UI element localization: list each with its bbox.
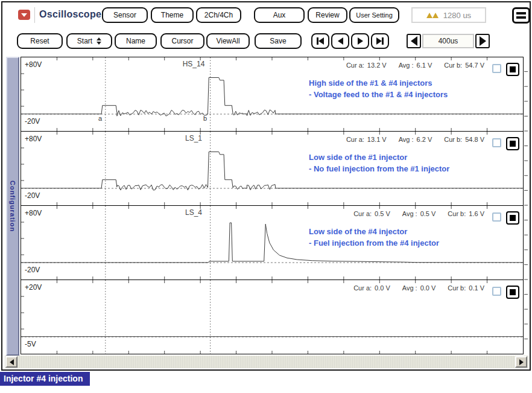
- menu-icon[interactable]: [512, 7, 530, 24]
- cursor-a-label: a: [98, 115, 102, 122]
- vmax-label: +80V: [25, 60, 42, 69]
- vmax-label: +80V: [25, 209, 42, 217]
- step-forward-button[interactable]: [351, 33, 369, 49]
- cursor-readout: Cur a:13.2 V Avg :6.1 V Cur b:54.7 V: [346, 62, 484, 69]
- channel-panel-1: +80V -20V HS_14 Cur a:13.2 V Avg :6.1 V …: [21, 57, 524, 132]
- app-dropdown-icon[interactable]: [18, 10, 30, 20]
- annotation: Low side of the #4 injector - Fuel injec…: [309, 226, 439, 249]
- name-button[interactable]: Name: [115, 33, 157, 49]
- vmax-label: +20V: [25, 283, 42, 292]
- start-button[interactable]: Start: [66, 33, 112, 49]
- title-divider: [34, 7, 35, 23]
- horizontal-scrollbar[interactable]: [5, 356, 528, 368]
- channel-mode-button[interactable]: 2Ch/4Ch: [196, 7, 241, 23]
- spinner-icon: [97, 37, 101, 45]
- theme-button[interactable]: Theme: [151, 7, 194, 23]
- cursor-readout: Cur a:13.1 V Avg :6.2 V Cur b:54.8 V: [346, 136, 484, 143]
- oscilloscope-app: Oscilloscope Sensor Theme 2Ch/4Ch Aux Re…: [0, 0, 532, 393]
- vmin-label: -20V: [25, 191, 40, 200]
- channel-active-button[interactable]: [506, 286, 519, 299]
- channel-active-button[interactable]: [506, 211, 519, 225]
- channel-name: HS_14: [163, 60, 224, 68]
- channel-checkbox[interactable]: [492, 287, 501, 296]
- start-button-label: Start: [77, 37, 92, 45]
- channel-name: LS_4: [163, 208, 224, 217]
- app-window: Oscilloscope Sensor Theme 2Ch/4Ch Aux Re…: [1, 1, 531, 371]
- user-setting-button[interactable]: User Setting: [349, 7, 399, 23]
- status-caption: Injector #4 injection: [0, 372, 90, 386]
- annotation: Low side of the #1 injector - No fuel in…: [309, 152, 449, 174]
- configuration-label: Configuration: [9, 181, 16, 232]
- vmax-label: +80V: [25, 135, 42, 143]
- skip-start-button[interactable]: [311, 33, 329, 49]
- step-back-button[interactable]: [331, 33, 349, 49]
- channel-checkbox[interactable]: [492, 64, 501, 73]
- channel-checkbox[interactable]: [492, 212, 501, 222]
- channel-panel-2: +80V -20V LS_1 Cur a:13.1 V Avg :6.2 V C…: [21, 131, 524, 206]
- cursor-button[interactable]: Cursor: [160, 33, 204, 49]
- reset-button[interactable]: Reset: [17, 33, 63, 49]
- skip-end-button[interactable]: [371, 33, 389, 49]
- scroll-right-button[interactable]: [515, 356, 527, 368]
- app-title: Oscilloscope: [39, 9, 101, 20]
- sample-time-display: 1280 us: [411, 7, 486, 23]
- cursor-readout: Cur a:0.0 V Avg :0.0 V Cur b:0.1 V: [353, 284, 484, 292]
- save-button[interactable]: Save: [255, 33, 302, 49]
- channel-name: LS_1: [163, 134, 224, 142]
- sample-time-value: 1280 us: [443, 11, 471, 20]
- channel-checkbox[interactable]: [492, 138, 501, 147]
- channel-active-button[interactable]: [506, 137, 519, 150]
- timebase-decrease-button[interactable]: [407, 34, 421, 48]
- sample-time-icon: [426, 11, 439, 20]
- timebase-increase-button[interactable]: [475, 34, 490, 48]
- right-ruler-ticks: [523, 57, 531, 356]
- annotation: High side of the #1 & #4 injectors - Vol…: [309, 77, 448, 100]
- timebase-value: 400us: [422, 34, 474, 48]
- vmin-label: -5V: [25, 340, 36, 348]
- channel-active-button[interactable]: [506, 63, 519, 76]
- vmin-label: -20V: [25, 117, 40, 126]
- viewall-button[interactable]: ViewAll: [206, 33, 250, 49]
- channel-panel-4: +20V -5V Cur a:0.0 V Avg :0.0 V Cur b:0.…: [21, 280, 524, 354]
- sensor-button[interactable]: Sensor: [102, 7, 148, 23]
- channel-panel-3: +80V -20V LS_4 Cur a:0.5 V Avg :0.5 V Cu…: [21, 205, 524, 280]
- cursor-readout: Cur a:0.5 V Avg :0.5 V Cur b:1.6 V: [353, 210, 484, 217]
- scroll-left-button[interactable]: [5, 356, 17, 368]
- triangle-down-icon: [21, 13, 27, 17]
- configuration-sidebar-handle[interactable]: Configuration: [6, 57, 19, 356]
- review-button[interactable]: Review: [308, 7, 347, 23]
- aux-button[interactable]: Aux: [254, 7, 305, 23]
- cursor-b-label: b: [203, 115, 207, 122]
- vmin-label: -20V: [25, 266, 40, 274]
